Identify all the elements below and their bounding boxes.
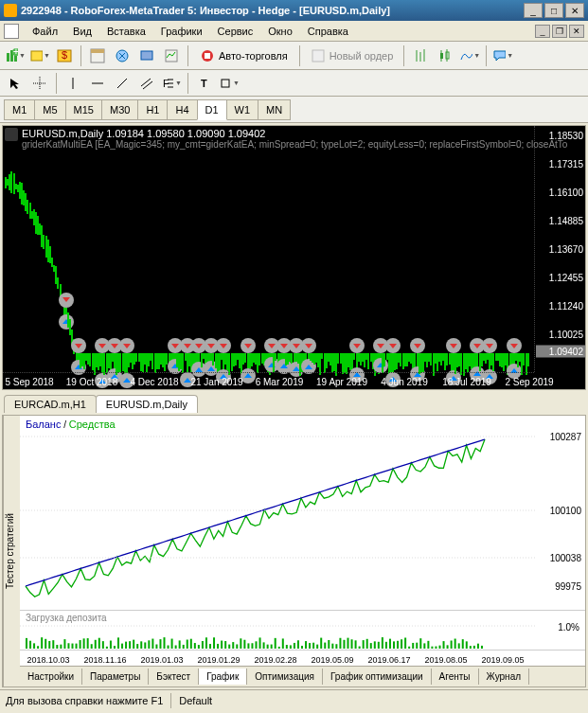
svg-rect-46 [52,640,54,649]
cursor-button[interactable] [4,72,27,95]
status-bar: Для вызова справки нажмите F1 Default [0,689,588,710]
trendline-button[interactable] [111,72,134,95]
tf-h1[interactable]: H1 [137,99,168,120]
menu-file[interactable]: Файл [25,24,65,39]
svg-rect-56 [91,644,93,649]
svg-line-28 [141,79,151,86]
svg-rect-133 [385,642,387,649]
price-chart[interactable]: EURUSD.m,Daily 1.09184 1.09580 1.09090 1… [2,125,586,390]
fibonacci-button[interactable]: F▼ [160,72,183,95]
terminal-button[interactable] [135,45,158,67]
status-help-text: Для вызова справки нажмите F1 [6,695,163,706]
svg-rect-101 [263,642,265,649]
svg-rect-118 [328,640,330,649]
channel-button[interactable] [135,72,158,95]
svg-rect-52 [76,644,78,649]
svg-rect-41 [33,643,35,649]
menu-window[interactable]: Окно [260,24,300,39]
tf-m1[interactable]: M1 [4,99,35,120]
svg-rect-55 [87,638,89,649]
mdi-minimize-button[interactable]: _ [535,25,550,38]
chart-header: EURUSD.m,Daily 1.09184 1.09580 1.09090 1… [22,128,567,150]
svg-rect-91 [224,641,226,649]
indicator-button[interactable]: ▼ [458,45,481,67]
svg-rect-115 [316,645,318,649]
svg-rect-138 [404,637,406,649]
maximize-button[interactable]: □ [544,3,563,18]
timeframe-toolbar: M1 M5 M15 M30 H1 H4 D1 W1 MN [0,97,588,123]
vline-button[interactable] [62,72,84,95]
svg-rect-85 [202,641,204,649]
data-window-button[interactable] [86,45,109,67]
tester-tab-backtest[interactable]: Бэктест [149,668,199,685]
menu-charts[interactable]: Графики [153,24,210,39]
hline-button[interactable] [86,72,109,95]
svg-rect-128 [366,639,368,649]
tester-tab-journal[interactable]: Журнал [479,668,530,685]
navigator-button[interactable] [111,45,134,67]
svg-rect-108 [290,645,292,649]
crosshair-button[interactable] [28,72,51,95]
mdi-restore-button[interactable]: ❐ [552,25,567,38]
svg-rect-9 [91,49,104,53]
tester-tab-graph[interactable]: График [199,668,247,685]
svg-rect-131 [378,642,380,649]
svg-rect-82 [190,639,192,649]
tf-d1[interactable]: D1 [197,99,227,120]
bar-chart-button[interactable] [409,45,432,67]
menu-insert[interactable]: Вставка [99,24,153,39]
svg-rect-98 [251,643,253,649]
tester-tab-opt[interactable]: Оптимизация [247,668,323,685]
menu-tools[interactable]: Сервис [210,24,261,39]
chart-tab-eurcad[interactable]: EURCAD.m,H1 [4,395,97,413]
auto-trading-button[interactable]: Авто-торговля [193,45,294,66]
chat-button[interactable]: ▼ [491,45,514,67]
profiles-button[interactable]: ▼ [28,45,51,67]
svg-rect-134 [389,639,391,649]
market-watch-button[interactable]: $ [53,45,76,67]
new-order-button[interactable]: Новый ордер [305,46,400,65]
svg-rect-121 [339,638,341,649]
text-button[interactable]: T [193,72,216,95]
tester-tab-agents[interactable]: Агенты [432,668,479,685]
minimize-button[interactable]: _ [524,3,543,18]
tf-mn[interactable]: MN [258,99,291,120]
objects-button[interactable]: ▼ [218,72,241,95]
svg-rect-11 [141,51,152,60]
menu-view[interactable]: Вид [65,24,99,39]
svg-text:+: + [13,48,18,57]
svg-rect-124 [351,639,353,649]
svg-rect-139 [408,647,410,649]
new-chart-button[interactable]: +▼ [4,45,27,67]
tester-tab-params[interactable]: Параметры [82,668,149,685]
svg-rect-113 [309,643,311,649]
tester-side-label[interactable]: Тестер стратегий [3,416,20,686]
tester-tab-settings[interactable]: Настройки [20,668,82,685]
tf-h4[interactable]: H4 [167,99,197,120]
menu-help[interactable]: Справка [300,24,356,39]
tf-m5[interactable]: M5 [34,99,65,120]
svg-rect-153 [462,639,464,649]
strategy-tester-button[interactable] [160,45,183,67]
svg-rect-50 [67,643,69,649]
tester-tabs: Настройки Параметры Бэктест График Оптим… [20,666,585,686]
svg-rect-90 [221,641,223,649]
tf-m30[interactable]: M30 [101,99,138,120]
svg-rect-0 [7,53,9,62]
tester-tab-opt-graph[interactable]: График оптимизации [323,668,432,685]
svg-text:$: $ [62,49,67,61]
mdi-close-button[interactable]: ✕ [569,25,584,38]
svg-rect-80 [183,645,185,649]
svg-rect-42 [37,646,39,649]
close-button[interactable]: ✕ [565,3,584,18]
tf-m15[interactable]: M15 [65,99,102,120]
tf-w1[interactable]: W1 [226,99,259,120]
svg-rect-79 [179,640,181,649]
svg-rect-39 [26,638,27,649]
svg-rect-99 [256,641,258,649]
candle-chart-button[interactable] [434,45,456,67]
chart-tab-eurusd[interactable]: EURUSD.m,Daily [96,395,198,413]
svg-rect-63 [117,637,119,649]
balance-chart[interactable]: Баланс / Средства 1002871001001000389997… [20,416,585,611]
app-icon [4,4,17,17]
